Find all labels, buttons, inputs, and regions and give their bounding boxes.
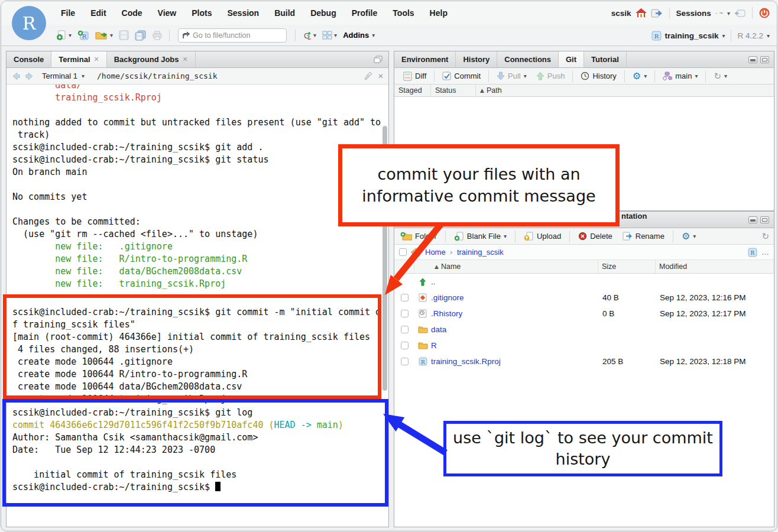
files-breadcrumb: Home › training_scsik R … bbox=[394, 245, 774, 260]
rename-button[interactable]: Rename bbox=[618, 232, 669, 241]
menu-view[interactable]: View bbox=[150, 8, 184, 18]
tab-tutorial[interactable]: Tutorial bbox=[584, 51, 627, 67]
maximize-icon[interactable] bbox=[760, 216, 769, 223]
chevron-down-icon[interactable]: ▾ bbox=[722, 33, 725, 39]
chevron-down-icon[interactable]: ▾ bbox=[727, 10, 730, 17]
rproject-cube-icon[interactable]: R bbox=[748, 248, 757, 257]
column-staged[interactable]: Staged bbox=[394, 85, 431, 96]
power-icon[interactable] bbox=[759, 8, 770, 18]
file-name-link[interactable]: R bbox=[431, 341, 598, 350]
column-path[interactable]: ▲Path bbox=[476, 85, 774, 96]
menu-edit[interactable]: Edit bbox=[83, 8, 114, 18]
push-button[interactable]: Push bbox=[532, 72, 569, 80]
upload-button[interactable]: Upload bbox=[520, 232, 565, 241]
menu-session[interactable]: Session bbox=[219, 8, 267, 18]
breadcrumb-home[interactable]: Home bbox=[425, 248, 446, 257]
clear-broom-icon[interactable] bbox=[364, 72, 374, 80]
menu-file[interactable]: File bbox=[53, 8, 83, 18]
select-all-checkbox[interactable] bbox=[399, 248, 407, 256]
tab-connections[interactable]: Connections bbox=[497, 51, 559, 67]
divider bbox=[169, 30, 170, 41]
tab-history[interactable]: History bbox=[456, 51, 497, 67]
menu-help[interactable]: Help bbox=[422, 8, 455, 18]
tab-console[interactable]: Console bbox=[7, 51, 51, 67]
close-icon[interactable]: ✕ bbox=[183, 56, 188, 63]
tab-git[interactable]: Git bbox=[559, 51, 584, 67]
tab-background-jobs[interactable]: Background Jobs✕ bbox=[107, 51, 196, 67]
new-file-button[interactable]: ▾ bbox=[54, 29, 73, 42]
tab-terminal[interactable]: Terminal✕ bbox=[51, 51, 106, 67]
close-icon[interactable]: ✕ bbox=[94, 56, 99, 63]
refresh-button[interactable]: ↻ ▾ bbox=[709, 71, 731, 82]
tab-environment[interactable]: Environment bbox=[394, 51, 456, 67]
print-button[interactable] bbox=[150, 30, 164, 41]
tab-presentation-partial[interactable]: ntation bbox=[619, 212, 649, 220]
menu-profile[interactable]: Profile bbox=[344, 8, 385, 18]
goto-file-function-input[interactable] bbox=[193, 31, 275, 40]
close-terminal-icon[interactable]: ✕ bbox=[378, 72, 384, 80]
commit-button[interactable]: Commit bbox=[438, 72, 485, 80]
breadcrumb-current[interactable]: training_scsik bbox=[457, 248, 504, 257]
menu-debug[interactable]: Debug bbox=[303, 8, 344, 18]
project-switcher[interactable]: training_scsik bbox=[665, 31, 719, 40]
open-file-button[interactable]: ▾ bbox=[93, 29, 115, 41]
file-name-link[interactable]: training_scsik.Rproj bbox=[431, 357, 598, 366]
diff-button[interactable]: Diff bbox=[399, 72, 430, 81]
folder-icon bbox=[414, 326, 431, 333]
file-checkbox[interactable] bbox=[401, 342, 409, 349]
file-name-link[interactable]: .Rhistory bbox=[431, 309, 598, 318]
column-name[interactable]: ▲Name bbox=[431, 260, 598, 273]
file-checkbox[interactable] bbox=[401, 326, 409, 333]
new-project-button[interactable]: R bbox=[76, 29, 91, 42]
file-name-link[interactable]: .gitignore bbox=[431, 293, 598, 302]
files-settings-button[interactable]: ⚙ ▾ bbox=[677, 231, 700, 242]
terminal-selector[interactable]: Terminal 1 bbox=[42, 72, 77, 80]
chevron-down-icon[interactable]: ▾ bbox=[767, 33, 770, 39]
chevron-down-icon: ▾ bbox=[504, 233, 507, 239]
git-settings-button[interactable]: ⚙ ▾ bbox=[628, 70, 651, 82]
addins-label: Addins bbox=[343, 31, 369, 40]
file-name-link[interactable]: data bbox=[431, 325, 598, 334]
column-modified[interactable]: Modified bbox=[656, 260, 774, 273]
home-icon[interactable] bbox=[636, 8, 647, 18]
file-checkbox[interactable] bbox=[401, 310, 409, 317]
addins-dropdown[interactable]: Addins ▾ bbox=[341, 30, 377, 41]
back-icon[interactable] bbox=[11, 72, 21, 80]
menu-build[interactable]: Build bbox=[267, 8, 303, 18]
forward-icon[interactable] bbox=[25, 72, 34, 80]
menu-plots[interactable]: Plots bbox=[184, 8, 219, 18]
minimize-icon[interactable] bbox=[748, 56, 757, 63]
file-checkbox[interactable] bbox=[401, 294, 409, 301]
blank-file-button[interactable]: Blank File ▾ bbox=[450, 232, 511, 241]
sign-out-icon[interactable] bbox=[651, 9, 663, 18]
save-button[interactable] bbox=[117, 29, 131, 41]
new-session-icon[interactable] bbox=[734, 9, 745, 17]
history-button[interactable]: History bbox=[576, 72, 620, 80]
save-all-button[interactable] bbox=[133, 29, 148, 42]
pull-button[interactable]: Pull ▾ bbox=[492, 72, 531, 80]
chevron-down-icon: ▾ bbox=[110, 32, 113, 38]
delete-button[interactable]: Delete bbox=[574, 232, 617, 241]
sessions-label[interactable]: Sessions bbox=[676, 9, 711, 18]
column-status[interactable]: Status bbox=[431, 85, 476, 96]
panes-layout-button[interactable]: ▾ bbox=[320, 30, 339, 41]
menu-tools[interactable]: Tools bbox=[385, 8, 422, 18]
menu-code[interactable]: Code bbox=[114, 8, 150, 18]
new-folder-button[interactable]: Folder bbox=[399, 232, 441, 241]
r-version-label[interactable]: R 4.2.2 bbox=[737, 31, 763, 40]
file-name-link[interactable]: .. bbox=[431, 277, 598, 286]
refresh-icon[interactable]: ↻ bbox=[761, 231, 769, 242]
terminal-line: new file: training_scsik.Rproj bbox=[12, 278, 388, 290]
terminal-output[interactable]: data/ training_scsik.Rprojnothing added … bbox=[7, 85, 388, 527]
terminal-line: create mode 100644 training_scsik.Rproj bbox=[12, 393, 388, 406]
minimize-icon[interactable] bbox=[748, 216, 757, 223]
menu-items: File Edit Code View Plots Session Build … bbox=[53, 8, 455, 18]
popout-icon[interactable] bbox=[374, 56, 382, 63]
git-dropdown-button[interactable]: G ▾ bbox=[300, 29, 318, 42]
file-checkbox[interactable] bbox=[401, 358, 409, 365]
branch-button[interactable]: main ▾ bbox=[659, 72, 702, 80]
maximize-icon[interactable] bbox=[760, 56, 769, 63]
column-size[interactable]: Size bbox=[598, 260, 656, 273]
breadcrumb-more[interactable]: … bbox=[761, 248, 769, 257]
chevron-down-icon[interactable]: ▾ bbox=[82, 73, 85, 79]
